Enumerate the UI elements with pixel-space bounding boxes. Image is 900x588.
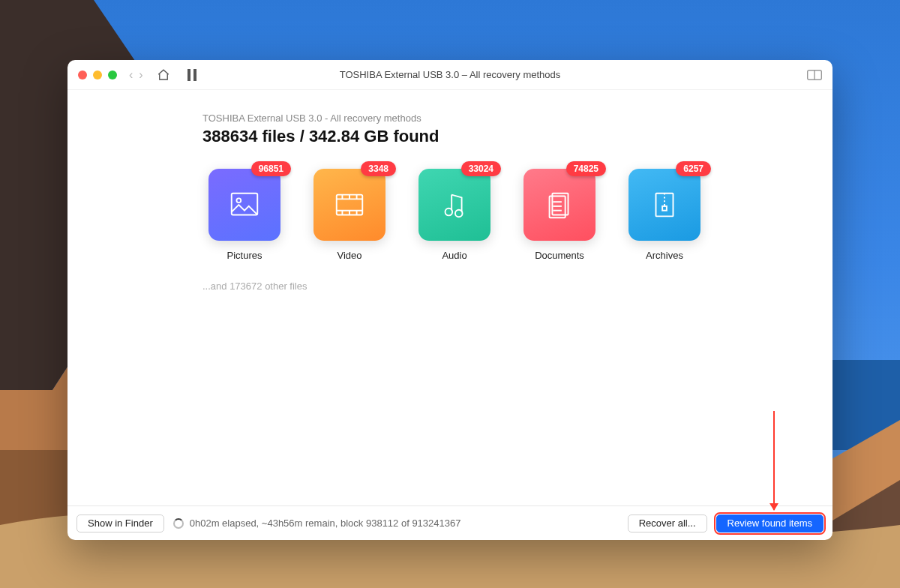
pictures-count-badge: 96851	[251, 161, 291, 176]
nav-arrows: ‹ ›	[129, 68, 143, 82]
svg-rect-2	[194, 69, 196, 81]
video-count-badge: 3348	[361, 161, 396, 176]
home-icon[interactable]	[157, 68, 170, 82]
documents-label: Documents	[535, 250, 584, 261]
svg-rect-25	[662, 206, 667, 211]
archives-count-badge: 6257	[676, 161, 711, 176]
category-tiles: 96851 Pictures 3348 Video 33024 Audio	[202, 169, 788, 261]
audio-tile[interactable]: 33024	[418, 169, 490, 241]
other-files-text: ...and 173672 other files	[202, 280, 788, 292]
main-content: TOSHIBA External USB 3.0 - All recovery …	[68, 90, 832, 506]
svg-point-16	[446, 208, 453, 216]
scan-summary-headline: 388634 files / 342.84 GB found	[202, 127, 788, 146]
titlebar: ‹ › TOSHIBA External USB 3.0 – All recov…	[68, 60, 832, 90]
archives-label: Archives	[646, 250, 683, 261]
video-icon	[332, 188, 367, 222]
category-video: 3348 Video	[308, 169, 392, 261]
scan-status: 0h02m elapsed, ~43h56m remain, block 938…	[173, 518, 461, 529]
back-button[interactable]: ‹	[129, 68, 133, 82]
audio-icon	[437, 188, 472, 222]
app-window: ‹ › TOSHIBA External USB 3.0 – All recov…	[68, 60, 832, 540]
archives-icon	[647, 188, 682, 222]
category-audio: 33024 Audio	[412, 169, 496, 261]
audio-label: Audio	[442, 250, 466, 261]
category-documents: 74825 Documents	[518, 169, 602, 261]
spinner-icon	[173, 518, 184, 529]
breadcrumb: TOSHIBA External USB 3.0 - All recovery …	[202, 112, 788, 124]
recover-all-button[interactable]: Recover all...	[628, 514, 707, 532]
show-in-finder-button[interactable]: Show in Finder	[76, 514, 164, 532]
category-pictures: 96851 Pictures	[202, 169, 286, 261]
svg-rect-1	[188, 69, 190, 81]
pictures-icon	[227, 188, 262, 222]
footer-bar: Show in Finder 0h02m elapsed, ~43h56m re…	[68, 506, 832, 540]
pictures-tile[interactable]: 96851	[208, 169, 280, 241]
documents-icon	[542, 188, 577, 222]
scan-status-text: 0h02m elapsed, ~43h56m remain, block 938…	[190, 518, 461, 529]
documents-count-badge: 74825	[566, 161, 606, 176]
review-found-items-button[interactable]: Review found items	[716, 514, 824, 532]
fullscreen-window-button[interactable]	[108, 70, 117, 80]
svg-point-17	[455, 210, 463, 218]
category-archives: 6257 Archives	[622, 169, 706, 261]
minimize-window-button[interactable]	[93, 70, 102, 80]
archives-tile[interactable]: 6257	[628, 169, 700, 241]
annotation-arrow	[773, 411, 775, 510]
sidebar-toggle-icon[interactable]	[807, 70, 822, 80]
video-tile[interactable]: 3348	[314, 169, 386, 241]
svg-point-6	[236, 198, 241, 202]
video-label: Video	[337, 250, 362, 261]
pictures-label: Pictures	[227, 250, 262, 261]
window-controls	[78, 70, 117, 80]
close-window-button[interactable]	[78, 70, 87, 80]
audio-count-badge: 33024	[461, 161, 501, 176]
pause-icon[interactable]	[187, 69, 197, 81]
documents-tile[interactable]: 74825	[524, 169, 596, 241]
forward-button[interactable]: ›	[139, 68, 142, 82]
